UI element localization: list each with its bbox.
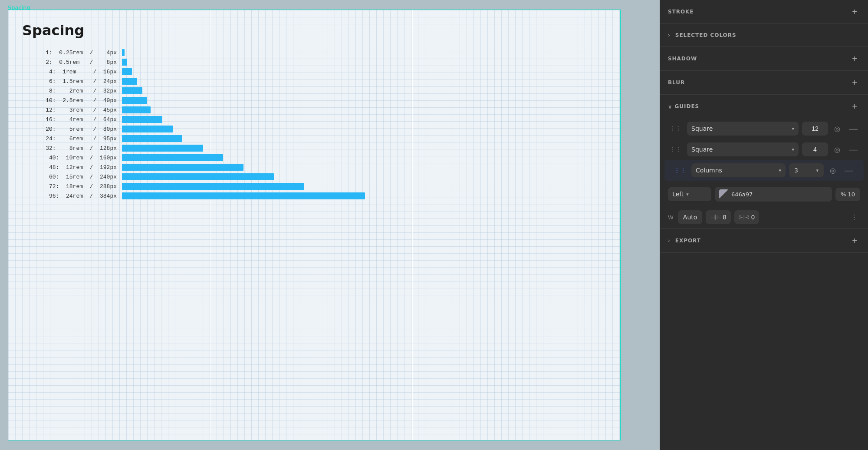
guides-add-button[interactable]: + — [849, 101, 860, 112]
w-auto-row: W Auto ⊣|⊢ 8 ⊱|⊰ 0 ⋮ — [660, 206, 868, 228]
drag-handle-1[interactable]: ⋮⋮ — [668, 124, 684, 133]
field1-icon: ⊣|⊢ — [710, 214, 721, 220]
spacing-row-label: 12: 3rem / 45px — [22, 107, 122, 113]
guide-visibility-btn-3[interactable]: ◎ — [827, 164, 838, 177]
spacing-bar — [122, 78, 137, 85]
color-row: Left ▾ 646a97 % 10 — [660, 182, 868, 206]
stroke-label: STROKE — [668, 9, 694, 15]
spacing-row-label: 16: 4rem / 64px — [22, 116, 122, 123]
blur-label: BLUR — [668, 79, 685, 86]
field1-group[interactable]: ⊣|⊢ 8 — [706, 210, 731, 224]
guides-section: ∨ GUIDES + ⋮⋮ Square ▾ ◎ — ⋮⋮ Square ▾ ◎ — [660, 95, 868, 229]
selected-colors-chevron: › — [668, 32, 670, 38]
guide-value-label-3: 3 — [794, 167, 798, 174]
canvas-area: Spacing Spacing 1: 0.25rem / 4px 2: 0.5r… — [0, 0, 660, 450]
color-swatch — [719, 189, 729, 199]
field1-value[interactable]: 8 — [723, 214, 727, 221]
guides-header-row: ∨ GUIDES + — [660, 95, 868, 118]
list-item: 72: 18rem / 288px — [22, 183, 606, 190]
spacing-bar — [122, 97, 147, 104]
position-chevron: ▾ — [686, 192, 689, 197]
spacing-row-label: 8: 2rem / 32px — [22, 88, 122, 94]
spacing-row-label: 20: 5rem / 80px — [22, 126, 122, 132]
export-chevron: › — [668, 238, 670, 244]
guides-label: GUIDES — [675, 103, 700, 109]
spacing-row-label: 40: 10rem / 160px — [22, 155, 122, 161]
list-item: 20: 5rem / 80px — [22, 126, 606, 132]
list-item: 16: 4rem / 64px — [22, 116, 606, 123]
spacing-bar — [122, 49, 125, 56]
guide-value-chevron-3: ▾ — [816, 168, 819, 173]
guide-type-dropdown-2[interactable]: Square ▾ — [687, 142, 799, 156]
guides-chevron[interactable]: ∨ — [668, 103, 672, 110]
position-label: Left — [672, 191, 684, 198]
guide-remove-btn-3[interactable]: — — [842, 164, 856, 177]
shadow-row: SHADOW + — [660, 47, 868, 70]
guide-visibility-btn-2[interactable]: ◎ — [832, 143, 843, 156]
list-item: 40: 10rem / 160px — [22, 154, 606, 161]
guide-type-dropdown-1[interactable]: Square ▾ — [687, 122, 799, 136]
shadow-add-button[interactable]: + — [849, 53, 860, 64]
guide-value-input-2[interactable] — [802, 142, 828, 156]
list-item: 32: 8rem / 128px — [22, 145, 606, 152]
spacing-bar — [122, 59, 127, 66]
list-item: 60: 15rem / 240px — [22, 173, 606, 180]
list-item: 1: 0.25rem / 4px — [22, 49, 606, 56]
spacing-row-label: 2: 0.5rem / 8px — [22, 59, 122, 66]
list-item: 6: 1.5rem / 24px — [22, 78, 606, 85]
shadow-section: SHADOW + — [660, 47, 868, 71]
selected-colors-label: SELECTED COLORS — [675, 32, 736, 38]
spacing-rows-container: 1: 0.25rem / 4px 2: 0.5rem / 8px 4: 1rem… — [22, 49, 606, 199]
color-input-group[interactable]: 646a97 — [715, 187, 832, 202]
list-item: 96: 24rem / 384px — [22, 192, 606, 199]
guide-value-input-1[interactable] — [802, 122, 828, 136]
list-item: 48: 12rem / 192px — [22, 164, 606, 171]
field2-group[interactable]: ⊱|⊰ 0 — [734, 210, 759, 224]
spacing-row-label: 32: 8rem / 128px — [22, 145, 122, 152]
shadow-label: SHADOW — [668, 56, 697, 62]
field2-icon: ⊱|⊰ — [739, 214, 749, 220]
guide-remove-btn-2[interactable]: — — [846, 143, 860, 156]
guide-value-columns[interactable]: 3 ▾ — [789, 163, 824, 177]
spacing-bar — [122, 116, 162, 123]
blur-section: BLUR + — [660, 71, 868, 95]
spacing-row-label: 10: 2.5rem / 40px — [22, 97, 122, 104]
stroke-add-button[interactable]: + — [849, 6, 860, 17]
color-hex-value[interactable]: 646a97 — [731, 191, 753, 198]
position-dropdown[interactable]: Left ▾ — [668, 187, 711, 201]
blur-add-button[interactable]: + — [849, 77, 860, 88]
guide-type-label-1: Square — [691, 125, 713, 132]
spacing-bar — [122, 68, 132, 75]
spacing-bar — [122, 87, 142, 94]
export-add-button[interactable]: + — [849, 235, 860, 246]
guide-row-2: ⋮⋮ Square ▾ ◎ — — [660, 139, 868, 160]
field2-value[interactable]: 0 — [751, 214, 755, 221]
guide-visibility-btn-1[interactable]: ◎ — [832, 122, 843, 136]
spacing-row-label: 4: 1rem / 16px — [22, 69, 122, 75]
guide-remove-btn-1[interactable]: — — [846, 122, 860, 136]
w-row-more-btn[interactable]: ⋮ — [848, 211, 860, 224]
selected-colors-row[interactable]: › SELECTED COLORS — [660, 24, 868, 46]
spacing-bar — [122, 173, 274, 180]
guide-row-3: ⋮⋮ Columns ▾ 3 ▾ ◎ — — [664, 160, 864, 181]
spacing-row-label: 60: 15rem / 240px — [22, 174, 122, 180]
guide-type-dropdown-3[interactable]: Columns ▾ — [691, 163, 786, 177]
drag-handle-3[interactable]: ⋮⋮ — [672, 166, 688, 175]
guide-type-chevron-1: ▾ — [792, 126, 794, 132]
stroke-section: STROKE + — [660, 0, 868, 24]
spacing-row-label: 96: 24rem / 384px — [22, 193, 122, 199]
opacity-display[interactable]: % 10 — [835, 188, 860, 201]
spacing-bar — [122, 135, 182, 142]
right-panel: STROKE + › SELECTED COLORS SHADOW + BLUR… — [660, 0, 868, 450]
spacing-row-label: 72: 18rem / 288px — [22, 183, 122, 190]
spacing-row-label: 6: 1.5rem / 24px — [22, 78, 122, 85]
guide-type-chevron-2: ▾ — [792, 147, 794, 152]
spacing-bar — [122, 145, 203, 152]
selected-colors-section: › SELECTED COLORS — [660, 24, 868, 47]
auto-value[interactable]: Auto — [678, 210, 703, 224]
w-label: W — [668, 214, 674, 221]
frame-content: Spacing 1: 0.25rem / 4px 2: 0.5rem / 8px… — [8, 10, 620, 214]
list-item: 12: 3rem / 45px — [22, 106, 606, 113]
drag-handle-2[interactable]: ⋮⋮ — [668, 145, 684, 154]
export-row[interactable]: › EXPORT + — [660, 229, 868, 252]
